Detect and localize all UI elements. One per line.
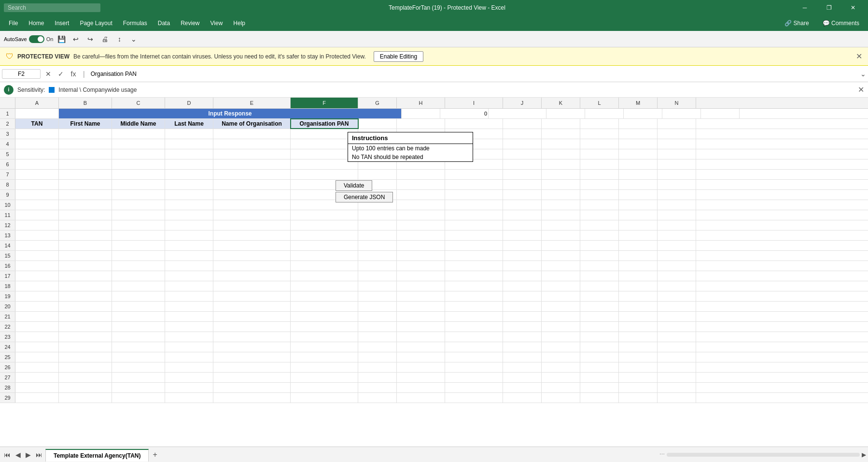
redo-button[interactable]: ↪ [84,33,97,45]
share-button[interactable]: 🔗 Share [780,18,813,29]
row-num-27[interactable]: 27 [0,373,15,382]
row-num-7[interactable]: 7 [0,170,15,179]
row-num-5[interactable]: 5 [0,149,15,159]
row-num-14[interactable]: 14 [0,241,15,250]
cell-l2[interactable] [580,119,619,129]
tab-nav-first[interactable]: ⏮ [2,450,13,460]
cell-merged-input-response[interactable]: Input Response [59,109,402,118]
col-header-a[interactable]: A [15,98,59,108]
print-preview-button[interactable]: 🖨 [98,33,111,45]
cell-n2[interactable] [658,119,696,129]
row-num-15[interactable]: 15 [0,251,15,260]
cell-g2[interactable] [358,119,397,129]
cell-h2[interactable] [397,119,445,129]
col-header-k[interactable]: K [542,98,580,108]
cell-h1[interactable]: 0 [440,109,489,118]
restore-button[interactable]: ❐ [818,0,840,15]
comments-button[interactable]: 💬 Comments [818,18,864,29]
save-button[interactable]: 💾 [55,33,68,45]
cell-l3[interactable] [580,129,619,139]
formula-cancel-button[interactable]: ✕ [42,68,54,80]
menu-page-layout[interactable]: Page Layout [75,18,117,29]
col-header-h[interactable]: H [397,98,445,108]
col-header-i[interactable]: I [445,98,503,108]
menu-help[interactable]: Help [228,18,250,29]
row-num-12[interactable]: 12 [0,220,15,230]
cell-c3[interactable] [112,129,165,139]
minimize-button[interactable]: ─ [794,0,816,15]
cell-i1[interactable] [489,109,546,118]
protected-bar-close[interactable]: ✕ [856,52,862,61]
cell-m1[interactable] [662,109,701,118]
cell-k1[interactable] [585,109,624,118]
row-num-21[interactable]: 21 [0,312,15,321]
row-num-23[interactable]: 23 [0,332,15,342]
row-num-24[interactable]: 24 [0,342,15,352]
row-num-17[interactable]: 17 [0,271,15,281]
row-num-25[interactable]: 25 [0,352,15,362]
row-num-13[interactable]: 13 [0,231,15,240]
cell-e3[interactable] [213,129,291,139]
row-num-2[interactable]: 2 [0,119,15,129]
col-header-b[interactable]: B [59,98,112,108]
row-num-26[interactable]: 26 [0,362,15,372]
row-num-20[interactable]: 20 [0,302,15,311]
col-header-j[interactable]: J [503,98,542,108]
close-button[interactable]: ✕ [842,0,864,15]
cell-k3[interactable] [542,129,580,139]
menu-file[interactable]: File [4,18,23,29]
tab-nav-next[interactable]: ▶ [24,450,33,460]
col-header-e[interactable]: E [213,98,291,108]
col-header-c[interactable]: C [112,98,165,108]
col-header-l[interactable]: L [580,98,619,108]
cell-g1[interactable] [402,109,440,118]
col-header-g[interactable]: G [358,98,397,108]
col-header-f[interactable]: F [291,98,358,108]
cell-a1[interactable] [15,109,59,118]
row-num-22[interactable]: 22 [0,322,15,332]
menu-insert[interactable]: Insert [50,18,74,29]
col-header-d[interactable]: D [165,98,213,108]
add-sheet-button[interactable]: + [150,449,160,460]
cell-d2[interactable]: Last Name [165,119,213,129]
menu-home[interactable]: Home [24,18,49,29]
undo-button[interactable]: ↩ [70,33,82,45]
row-num-10[interactable]: 10 [0,200,15,210]
scrollbar-right-arrow[interactable]: ▶ [862,451,866,458]
cell-n3[interactable] [658,129,696,139]
formula-input[interactable] [89,70,858,78]
col-header-m[interactable]: M [619,98,658,108]
row-num-29[interactable]: 29 [0,393,15,403]
menu-formulas[interactable]: Formulas [118,18,152,29]
row-num-6[interactable]: 6 [0,159,15,169]
formula-confirm-button[interactable]: ✓ [55,68,67,80]
cell-i2[interactable] [445,119,503,129]
sheet-tab-template-external-agency[interactable]: Template External Agency(TAN) [45,449,149,462]
search-input[interactable] [4,3,100,12]
grid-container[interactable]: 1 Input Response 0 2 TAN First Name Midd… [0,109,868,447]
cell-j3[interactable] [503,129,542,139]
customize-toolbar-button[interactable]: ⌄ [127,33,140,45]
cell-m2[interactable] [619,119,658,129]
tab-options-button[interactable]: ⋯ [659,451,665,458]
row-num-3[interactable]: 3 [0,129,15,139]
row-num-28[interactable]: 28 [0,383,15,392]
row-num-8[interactable]: 8 [0,180,15,189]
cell-n1[interactable] [701,109,740,118]
generate-json-button[interactable]: Generate JSON [336,192,393,202]
row-num-16[interactable]: 16 [0,261,15,271]
title-bar-search[interactable] [4,3,100,12]
row-num-9[interactable]: 9 [0,190,15,200]
cell-j1[interactable] [546,109,585,118]
cell-j2[interactable] [503,119,542,129]
row-num-19[interactable]: 19 [0,291,15,301]
cell-c2[interactable]: Middle Name [112,119,165,129]
menu-view[interactable]: View [206,18,228,29]
sort-button[interactable]: ↕ [113,33,126,45]
row-num-1[interactable]: 1 [0,109,15,118]
row-num-11[interactable]: 11 [0,210,15,220]
row-num-4[interactable]: 4 [0,139,15,149]
cell-b2[interactable]: First Name [59,119,112,129]
menu-data[interactable]: Data [153,18,175,29]
insert-function-button[interactable]: fx [68,68,79,80]
